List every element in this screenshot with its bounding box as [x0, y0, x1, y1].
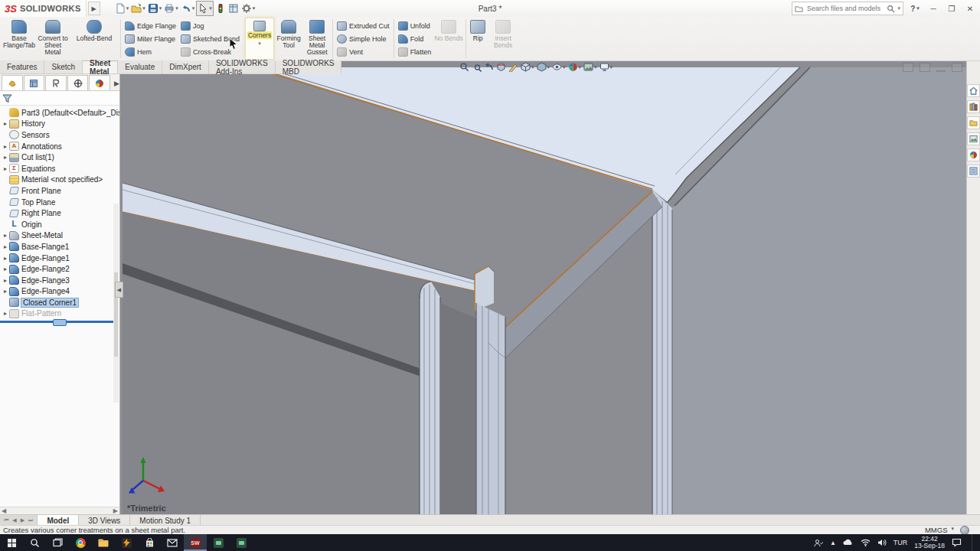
design-library-pane-button[interactable] [967, 100, 980, 113]
action-center-icon[interactable] [952, 538, 962, 547]
help-button[interactable]: ?▾ [908, 2, 922, 15]
next-tab-icon[interactable]: ▶ [19, 517, 26, 523]
wifi-icon[interactable] [861, 539, 871, 546]
dynamic-annotation-button[interactable] [508, 62, 518, 72]
restore-button[interactable]: ❐ [945, 2, 959, 15]
tree-item-annotations[interactable]: ▸Annotations [0, 141, 119, 152]
file-explorer-button[interactable] [92, 534, 115, 551]
tree-item-base-flange1[interactable]: ▸Base-Flange1 [0, 241, 119, 253]
view-settings-button[interactable]: ▾ [599, 62, 613, 72]
previous-view-button[interactable] [484, 62, 494, 72]
open-document-button[interactable]: ▾ [130, 2, 146, 15]
start-button[interactable] [0, 534, 23, 551]
3d-views-tab[interactable]: 3D Views [79, 515, 130, 526]
mail-button[interactable] [161, 534, 184, 551]
expander-icon[interactable]: ▸ [2, 277, 9, 284]
rollback-bar[interactable] [0, 321, 119, 323]
new-document-button[interactable]: ▾ [114, 2, 130, 15]
chrome-button[interactable] [69, 534, 92, 551]
tab-sketch[interactable]: Sketch [44, 60, 83, 73]
units-selector[interactable]: MMGS▾ [925, 526, 954, 534]
tree-item-material[interactable]: Material <not specified> [0, 174, 119, 186]
tree-item-closed-corner1[interactable]: Closed Corner1 [0, 297, 119, 308]
convert-to-sheet-metal-button[interactable]: Convert to Sheet Metal [36, 17, 70, 60]
expander-icon[interactable]: ▸ [2, 232, 9, 239]
tab-solidworks-mbd[interactable]: SOLIDWORKS MBD [276, 60, 342, 73]
display-manager-tab[interactable] [89, 75, 110, 90]
tree-item-front-plane[interactable]: Front Plane [0, 185, 119, 197]
manager-pane-expand-icon[interactable]: ▶ [114, 80, 119, 90]
motion-study-tab[interactable]: Motion Study 1 [130, 515, 201, 526]
tab-scroll-buttons[interactable]: ⏮ ◀ ▶ ⏭ [0, 515, 38, 526]
doc-restore-icon[interactable] [952, 63, 962, 72]
section-view-button[interactable] [496, 62, 506, 72]
expander-icon[interactable]: ▸ [2, 165, 9, 172]
custom-properties-button[interactable] [967, 165, 980, 178]
display-style-button[interactable]: ▾ [537, 62, 550, 72]
apply-scene-button[interactable]: ▾ [583, 62, 597, 72]
document-window-controls[interactable] [903, 63, 968, 72]
tree-item-equations[interactable]: ▸Equations [0, 163, 119, 174]
lofted-bend-button[interactable]: Lofted-Bend [70, 17, 119, 60]
last-tab-icon[interactable]: ⏭ [27, 517, 34, 523]
tree-item-sheet-metal[interactable]: ▸Sheet-Metal [0, 230, 119, 242]
tree-item-sensors[interactable]: Sensors [0, 129, 119, 141]
expander-icon[interactable]: ▸ [2, 120, 9, 127]
panel-collapse-arrow[interactable]: ◀ [115, 282, 123, 298]
graphics-area[interactable]: *Trimetric ▾ ▾ ▾ ▾ ▾ ▾ [120, 61, 968, 514]
people-icon[interactable] [814, 539, 823, 547]
expander-icon[interactable]: ▸ [2, 255, 9, 262]
sheet-metal-gusset-button[interactable]: Sheet Metal Gusset [303, 17, 331, 60]
onedrive-icon[interactable] [843, 539, 854, 546]
dimxpert-manager-tab[interactable] [67, 75, 89, 90]
capture-app-1-button[interactable] [207, 534, 230, 551]
simple-hole-button[interactable]: Simple Hole [337, 33, 390, 44]
design-library-button[interactable] [227, 2, 240, 15]
options-button[interactable]: ▾ [240, 2, 256, 15]
unfold-button[interactable]: Unfold [398, 20, 432, 31]
performance-evaluation-button[interactable] [214, 2, 227, 15]
extruded-cut-button[interactable]: Extruded Cut [337, 20, 390, 31]
expander-icon[interactable]: ▸ [2, 310, 9, 317]
view-orientation-button[interactable]: ▾ [521, 62, 534, 72]
tree-item-origin[interactable]: Origin [0, 219, 119, 230]
expander-icon[interactable]: ▸ [2, 143, 9, 150]
expander-icon[interactable]: ▸ [2, 288, 9, 295]
tree-horizontal-scrollbar[interactable]: ◀ ▶ [0, 507, 119, 514]
language-indicator[interactable]: TUR [893, 539, 908, 546]
jog-button[interactable]: Jog [181, 20, 240, 31]
vent-button[interactable]: Vent [337, 46, 390, 57]
property-manager-tab[interactable] [24, 75, 45, 90]
zoom-to-fit-button[interactable] [459, 62, 469, 72]
print-button[interactable]: ▾ [163, 2, 179, 15]
tree-item-top-plane[interactable]: Top Plane [0, 197, 119, 208]
tab-evaluate[interactable]: Evaluate [118, 60, 162, 73]
solidworks-taskbar-button[interactable]: SW [184, 534, 207, 551]
search-input[interactable] [805, 4, 884, 13]
file-explorer-pane-button[interactable] [967, 116, 980, 129]
tree-vertical-scrollbar[interactable] [113, 204, 119, 403]
capture-app-2-button[interactable] [230, 534, 253, 551]
corners-dropdown-caret[interactable]: ▾ [258, 41, 261, 47]
close-button[interactable]: ✕ [963, 2, 977, 15]
tray-expand-icon[interactable]: ▲ [830, 540, 836, 546]
doc-minimize-icon[interactable] [936, 70, 946, 72]
tab-solidworks-add-ins[interactable]: SOLIDWORKS Add-Ins [209, 60, 276, 73]
search-box[interactable]: ▾ [792, 2, 903, 15]
view-palette-button[interactable] [967, 132, 980, 145]
feature-manager-tab[interactable] [2, 75, 23, 90]
tree-item-right-plane[interactable]: Right Plane [0, 207, 119, 219]
save-button[interactable]: ▾ [147, 2, 163, 15]
edit-appearance-button[interactable]: ▾ [568, 62, 582, 72]
forming-tool-button[interactable]: Forming Tool [274, 17, 303, 60]
scroll-left-arrow[interactable]: ◀ [2, 507, 6, 514]
tab-sheet-metal[interactable]: Sheet Metal [83, 60, 118, 73]
prev-tab-icon[interactable]: ◀ [11, 517, 18, 523]
tree-root[interactable]: Part3 (Default<<Default>_Display State [0, 107, 119, 119]
doc-prev-icon[interactable] [903, 63, 913, 72]
doc-next-icon[interactable] [920, 63, 930, 72]
configuration-manager-tab[interactable] [45, 75, 67, 90]
edge-flange-button[interactable]: Edge Flange [125, 20, 176, 31]
hem-button[interactable]: Hem [125, 46, 176, 57]
tree-item-edge-flange1[interactable]: ▸Edge-Flange1 [0, 253, 119, 264]
